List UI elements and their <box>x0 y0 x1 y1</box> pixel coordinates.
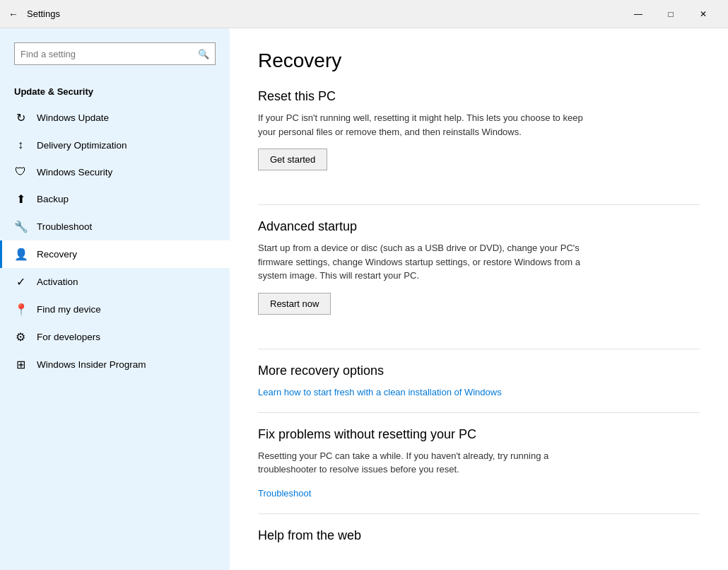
section-title-reset-pc: Reset this PC <box>258 89 700 104</box>
section-title-advanced-startup: Advanced startup <box>258 219 700 234</box>
windows-security-icon: 🛡 <box>14 165 27 178</box>
back-button[interactable]: ← <box>8 8 18 20</box>
search-box[interactable]: 🔍 <box>14 42 216 65</box>
sidebar-item-label-backup: Backup <box>37 194 69 204</box>
section-title-fix-problems: Fix problems without resetting your PC <box>258 427 700 442</box>
sidebar-item-label-windows-update: Windows Update <box>37 112 109 123</box>
find-my-device-icon: 📍 <box>14 303 27 316</box>
clean-install-link[interactable]: Learn how to start fresh with a clean in… <box>258 387 502 397</box>
divider-4 <box>258 513 700 514</box>
windows-update-icon: ↻ <box>14 111 27 124</box>
sidebar-item-windows-insider[interactable]: ⊞Windows Insider Program <box>0 351 230 378</box>
section-more-recovery: More recovery options Learn how to start… <box>258 363 700 398</box>
sidebar: 🔍 Update & Security ↻Windows Update↕Deli… <box>0 28 230 570</box>
troubleshoot-icon: 🔧 <box>14 220 27 233</box>
section-title-help-web: Help from the web <box>258 528 700 543</box>
sidebar-item-delivery-optimization[interactable]: ↕Delivery Optimization <box>0 132 230 158</box>
restart-now-button[interactable]: Restart now <box>258 293 331 315</box>
sidebar-item-label-find-my-device: Find my device <box>37 304 101 315</box>
sidebar-item-windows-update[interactable]: ↻Windows Update <box>0 104 230 132</box>
sidebar-item-recovery[interactable]: 👤Recovery <box>0 240 230 268</box>
divider-3 <box>258 412 700 413</box>
window-controls: — □ ✕ <box>622 3 720 25</box>
sidebar-group-label: Update & Security <box>0 82 230 104</box>
sidebar-item-troubleshoot[interactable]: 🔧Troubleshoot <box>0 213 230 240</box>
close-button[interactable]: ✕ <box>687 3 720 25</box>
sidebar-item-label-troubleshoot: Troubleshoot <box>37 221 92 232</box>
delivery-optimization-icon: ↕ <box>14 139 27 151</box>
content-area: Recovery Reset this PC If your PC isn't … <box>230 28 728 570</box>
minimize-button[interactable]: — <box>622 3 654 25</box>
section-help-web: Help from the web <box>258 528 700 543</box>
maximize-button[interactable]: □ <box>654 3 687 25</box>
section-desc-advanced-startup: Start up from a device or disc (such as … <box>258 241 583 283</box>
section-desc-reset-pc: If your PC isn't running well, resetting… <box>258 111 583 139</box>
sidebar-item-label-for-developers: For developers <box>37 332 100 342</box>
sidebar-item-label-recovery: Recovery <box>37 249 77 260</box>
sidebar-item-label-delivery-optimization: Delivery Optimization <box>37 140 127 151</box>
search-input[interactable] <box>20 49 198 59</box>
section-reset-pc: Reset this PC If your PC isn't running w… <box>258 89 700 190</box>
recovery-icon: 👤 <box>14 248 27 261</box>
sidebar-item-activation[interactable]: ✓Activation <box>0 268 230 296</box>
activation-icon: ✓ <box>14 275 27 289</box>
title-bar: ← Settings — □ ✕ <box>0 0 728 28</box>
main-layout: 🔍 Update & Security ↻Windows Update↕Deli… <box>0 28 728 570</box>
sidebar-header: 🔍 <box>0 28 230 82</box>
section-title-more-recovery: More recovery options <box>258 363 700 378</box>
troubleshoot-link[interactable]: Troubleshoot <box>258 488 311 499</box>
sidebar-item-find-my-device[interactable]: 📍Find my device <box>0 296 230 323</box>
section-advanced-startup: Advanced startup Start up from a device … <box>258 219 700 335</box>
windows-insider-icon: ⊞ <box>14 358 27 371</box>
sidebar-item-label-windows-security: Windows Security <box>37 167 112 178</box>
sidebar-item-label-activation: Activation <box>37 277 78 287</box>
for-developers-icon: ⚙ <box>14 330 27 344</box>
title-bar-title: Settings <box>27 8 622 19</box>
sidebar-item-windows-security[interactable]: 🛡Windows Security <box>0 158 230 185</box>
get-started-button[interactable]: Get started <box>258 149 327 170</box>
sidebar-item-for-developers[interactable]: ⚙For developers <box>0 323 230 351</box>
search-icon: 🔍 <box>198 49 209 59</box>
sidebar-item-backup[interactable]: ⬆Backup <box>0 185 230 213</box>
backup-icon: ⬆ <box>14 192 27 206</box>
page-title: Recovery <box>258 50 700 72</box>
divider-1 <box>258 204 700 205</box>
sidebar-item-label-windows-insider: Windows Insider Program <box>37 359 146 370</box>
divider-2 <box>258 349 700 349</box>
sidebar-items-container: ↻Windows Update↕Delivery Optimization🛡Wi… <box>0 104 230 378</box>
section-desc-fix-problems: Resetting your PC can take a while. If y… <box>258 449 583 477</box>
section-fix-problems: Fix problems without resetting your PC R… <box>258 427 700 499</box>
